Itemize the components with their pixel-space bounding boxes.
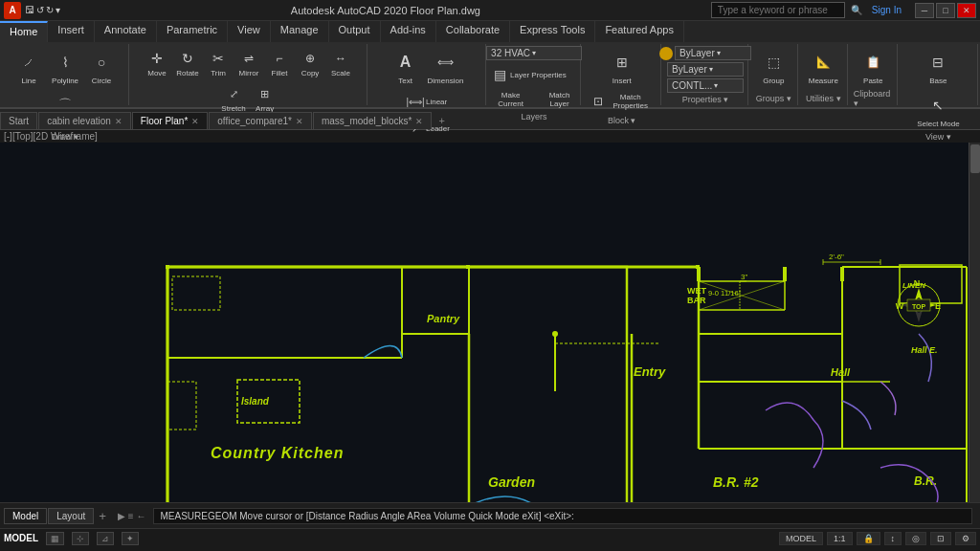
svg-point-72 <box>552 331 558 337</box>
tool-text[interactable]: Text <box>389 46 423 87</box>
close-office-compare[interactable]: ✕ <box>296 117 303 126</box>
minimize-button[interactable]: ─ <box>915 3 934 18</box>
tool-linear[interactable]: |⟺| Linear <box>402 89 453 114</box>
color-dropdown[interactable]: ByLayer <box>675 46 751 60</box>
tab-floor-plan[interactable]: Floor Plan* ✕ <box>132 112 208 129</box>
close-cabin-elevation[interactable]: ✕ <box>115 117 122 126</box>
scale-btn[interactable]: 1:1 <box>827 532 853 545</box>
tool-measure[interactable]: Measure <box>806 46 841 87</box>
user-icon[interactable]: Sign In <box>868 5 905 15</box>
svg-text:W: W <box>896 301 904 311</box>
svg-text:Pantry: Pantry <box>427 313 460 324</box>
tab-express[interactable]: Express Tools <box>510 21 595 42</box>
tool-mirror[interactable]: ⇌ Mirror <box>234 46 263 79</box>
svg-rect-76 <box>166 265 169 269</box>
tool-scale[interactable]: ↔ Scale <box>326 46 355 79</box>
group-draw: Line Polyline Circle Arc Draw ▾ <box>2 44 129 105</box>
tool-match-layer[interactable]: Match Layer <box>537 89 582 110</box>
svg-text:BAR: BAR <box>687 296 706 305</box>
close-floor-plan[interactable]: ✕ <box>191 117 199 126</box>
tool-dimension[interactable]: Dimension <box>425 46 467 87</box>
layer-dropdown[interactable]: 32 HVAC <box>486 46 582 60</box>
tab-output[interactable]: Output <box>329 21 381 42</box>
move-icon <box>146 48 167 69</box>
layout-tab[interactable]: Layout <box>48 508 94 524</box>
lock-btn[interactable]: 🔒 <box>857 532 880 545</box>
circle-icon <box>87 48 116 77</box>
tab-parametric[interactable]: Parametric <box>157 21 228 42</box>
viewport-label: [-][Top][2D Wireframe] <box>0 130 980 143</box>
tool-match-props[interactable]: Match Properties <box>587 89 657 114</box>
tab-collaborate[interactable]: Collaborate <box>436 21 510 42</box>
tool-circle[interactable]: Circle <box>84 46 119 87</box>
tab-manage[interactable]: Manage <box>271 21 329 42</box>
tool-move[interactable]: Move <box>143 46 171 79</box>
coord-btn[interactable]: ↕ <box>884 532 902 545</box>
tool-line[interactable]: Line <box>11 46 46 87</box>
tool-insert[interactable]: Insert <box>605 46 639 87</box>
svg-text:Island: Island <box>241 396 270 407</box>
vertical-scrollbar[interactable] <box>969 143 980 502</box>
paste-icon <box>858 48 887 77</box>
add-tab-button[interactable]: + <box>433 112 450 129</box>
tool-trim[interactable]: Trim <box>204 46 233 79</box>
add-layout-button[interactable]: + <box>95 507 110 525</box>
tab-view[interactable]: View <box>228 21 271 42</box>
tab-home[interactable]: Home <box>0 21 48 42</box>
polyline-icon <box>51 48 79 77</box>
command-indicator: ▶ ≡ ← <box>118 511 145 521</box>
svg-text:Entry: Entry <box>634 364 666 379</box>
tab-insert[interactable]: Insert <box>48 21 95 42</box>
title-bar: A 🖫 ↺ ↻ ▾ Autodesk AutoCAD 2020 Floor Pl… <box>0 0 980 21</box>
svg-rect-77 <box>466 265 470 269</box>
group-annotation: Text Dimension |⟺| Linear ↗ Leader <box>369 44 486 105</box>
maximize-button[interactable]: □ <box>936 3 955 18</box>
close-button[interactable]: ✕ <box>957 3 976 18</box>
tab-office-compare[interactable]: office_compare1* ✕ <box>209 112 312 129</box>
quick-access-toolbar[interactable]: 🖫 ↺ ↻ ▾ <box>25 5 60 15</box>
tool-base[interactable]: Base <box>921 46 955 87</box>
model-indicator: MODEL <box>4 533 38 543</box>
tool-stretch[interactable]: ⤢ Stretch <box>218 81 248 115</box>
tab-mass-model[interactable]: mass_model_blocks* ✕ <box>313 112 433 129</box>
ortho-button[interactable]: ⊿ <box>97 532 114 545</box>
tab-featured[interactable]: Featured Apps <box>595 21 684 42</box>
signin-button[interactable]: 🔍 <box>847 5 866 15</box>
status-model-btn[interactable]: MODEL <box>779 532 823 545</box>
close-mass-model[interactable]: ✕ <box>415 117 423 126</box>
tool-copy[interactable]: ⊕ Copy <box>296 46 324 79</box>
hardware-btn[interactable]: ⊡ <box>930 532 951 545</box>
tool-polyline[interactable]: Polyline <box>48 46 82 87</box>
tab-start[interactable]: Start <box>0 112 37 129</box>
tab-addins[interactable]: Add-ins <box>381 21 436 42</box>
ribbon-tabs[interactable]: Home Insert Annotate Parametric View Man… <box>0 21 980 42</box>
settings-btn[interactable]: ⚙ <box>955 532 976 545</box>
command-input[interactable]: MEASUREGEOM Move cursor or [Distance Rad… <box>153 508 972 524</box>
line-icon <box>14 48 43 77</box>
canvas-area[interactable]: LINEN N E W TOP Country Kitchen Garden B… <box>0 143 980 502</box>
title-bar-right: 🔍 Sign In ─ □ ✕ <box>711 2 980 18</box>
tool-layer-props[interactable]: Layer Properties <box>486 62 569 87</box>
model-tab[interactable]: Model <box>4 508 47 524</box>
search-input[interactable] <box>711 2 845 18</box>
tab-cabin-elevation[interactable]: cabin elevation ✕ <box>38 112 131 129</box>
grid-button[interactable]: ▦ <box>46 532 64 545</box>
tool-paste[interactable]: Paste <box>856 46 890 87</box>
layer-props-icon <box>489 64 510 85</box>
tool-array[interactable]: ⊞ Array <box>251 81 279 115</box>
tool-select-mode[interactable]: Select Mode <box>914 89 962 130</box>
snap-button[interactable]: ⊹ <box>72 532 89 545</box>
polar-button[interactable]: ✦ <box>122 532 139 545</box>
svg-rect-78 <box>696 265 700 269</box>
isolate-btn[interactable]: ◎ <box>905 532 926 545</box>
command-line-area: ▶ ≡ ← MEASUREGEOM Move cursor or [Distan… <box>114 506 980 526</box>
tool-group[interactable]: Group <box>756 46 791 87</box>
tool-make-current[interactable]: Make Current <box>486 89 535 110</box>
group-view: Base Select Mode View ▾ <box>900 44 978 105</box>
tab-annotate[interactable]: Annotate <box>95 21 157 42</box>
lineweight-dropdown[interactable]: CONTL... <box>667 78 744 93</box>
linetype-dropdown[interactable]: ByLayer <box>667 62 744 77</box>
document-tabs: Start cabin elevation ✕ Floor Plan* ✕ of… <box>0 109 980 130</box>
tool-rotate[interactable]: Rotate <box>173 46 202 79</box>
tool-fillet[interactable]: ⌐ Fillet <box>265 46 294 79</box>
